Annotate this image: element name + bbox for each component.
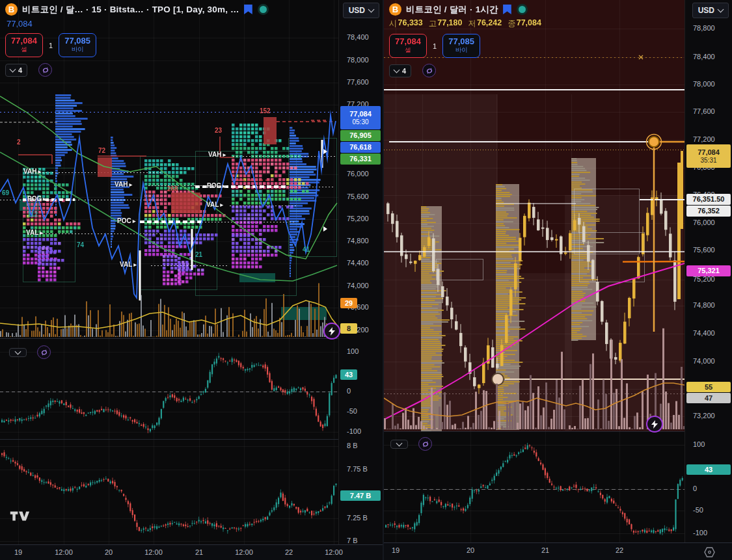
axis-tick: 100 xyxy=(693,440,705,448)
axis-tick: 76,000 xyxy=(693,219,715,226)
time-tick: 12:00 xyxy=(325,548,343,556)
axis-tick: 75,600 xyxy=(693,246,715,254)
axis-tick: 8 B xyxy=(347,442,358,449)
level-label: VAL▸ xyxy=(206,201,223,208)
price-scale-left-panel[interactable]: 78,40078,00077,60077,20076,00075,60075,2… xyxy=(338,0,383,545)
axis-tick: 78,000 xyxy=(693,80,715,88)
axis-tick: 76,000 xyxy=(347,170,369,178)
price-badge: 43 xyxy=(340,369,357,380)
chart-header-right: B 비트코인 / 달러 · 1시간 시76,333 고77,180 저76,24… xyxy=(389,3,541,77)
refresh-icon[interactable] xyxy=(418,437,432,451)
level-label: VAL▸ xyxy=(26,229,43,236)
axis-tick: -100 xyxy=(693,529,707,537)
level-label: POC▸ xyxy=(207,182,226,189)
instant-trading-icon[interactable] xyxy=(646,416,663,433)
time-scale-right-panel[interactable]: 19202122 xyxy=(384,542,732,560)
chevron-down-icon xyxy=(394,66,400,73)
axis-tick: 74,400 xyxy=(693,329,715,337)
axis-tick: 7.25 B xyxy=(347,514,368,522)
level-label: POC▸ xyxy=(117,217,136,224)
chevron-down-icon xyxy=(15,348,21,354)
price-badge: 29 xyxy=(340,298,357,308)
price-badge: 43 xyxy=(686,464,731,475)
axis-tick: 0 xyxy=(693,485,697,492)
level-label: VAH▸ xyxy=(208,151,226,158)
collapse-pane-button[interactable] xyxy=(390,440,408,449)
ohlc-row: 시76,333 고77,180 저76,242 종77,084 xyxy=(389,18,541,29)
refresh-icon[interactable] xyxy=(37,345,51,359)
market-status-icon xyxy=(258,4,269,15)
last-price-label: 77,084 xyxy=(7,19,269,29)
time-tick: 20 xyxy=(105,548,113,556)
price-badge: 55 xyxy=(686,382,731,392)
chevron-down-icon xyxy=(396,440,403,446)
axis-tick: 74,400 xyxy=(347,259,369,267)
price-badge: 76,352 xyxy=(686,206,731,217)
time-tick: 12:00 xyxy=(55,548,73,556)
price-chart-canvas-left[interactable] xyxy=(0,0,338,545)
currency-selector[interactable]: USD xyxy=(343,3,379,18)
price-badge: 76,905 xyxy=(340,130,381,141)
flag-icon[interactable] xyxy=(503,5,512,14)
axis-tick: 7.75 B xyxy=(347,465,368,473)
price-badge: 47 xyxy=(686,393,731,403)
trade-buttons: 77,084 셀 1 77,085 바이 xyxy=(389,34,541,58)
sell-button[interactable]: 77,084 셀 xyxy=(389,34,427,58)
refresh-icon[interactable] xyxy=(422,64,436,77)
sell-button[interactable]: 77,084 셀 xyxy=(5,33,43,57)
axis-tick: 0 xyxy=(347,387,351,395)
level-label: VAL▸ xyxy=(120,261,137,268)
time-tick: 19 xyxy=(392,546,400,554)
tpo-count-label: 74 xyxy=(77,241,84,248)
tpo-count-label: 41 xyxy=(303,246,310,253)
oscillator-pane-controls xyxy=(9,345,51,359)
oscillator-pane-controls xyxy=(390,437,432,451)
axis-tick: 77,600 xyxy=(693,107,715,115)
axis-tick: -50 xyxy=(347,407,357,415)
currency-selector[interactable]: USD xyxy=(692,3,729,18)
collapse-indicators-button[interactable]: 4 xyxy=(389,64,411,77)
axis-tick: 74,800 xyxy=(347,237,369,245)
axis-tick: 74,800 xyxy=(693,301,715,309)
price-badge: 77,08405:30 xyxy=(340,106,381,129)
axis-tick: 78,000 xyxy=(347,56,369,64)
tpo-count-label: 152 xyxy=(260,107,271,114)
time-scale-left-panel[interactable]: 1912:002012:002112:002212:00 xyxy=(0,544,383,560)
collapse-pane-button[interactable] xyxy=(9,348,27,357)
chart-panel-right: B 비트코인 / 달러 · 1시간 시76,333 고77,180 저76,24… xyxy=(384,0,732,560)
time-tick: 12:00 xyxy=(144,548,163,556)
order-quantity[interactable]: 1 xyxy=(49,42,53,49)
time-tick: 22 xyxy=(285,548,293,556)
time-tick: 12:00 xyxy=(235,548,253,556)
axis-tick: 78,800 xyxy=(693,24,715,32)
tradingview-logo[interactable] xyxy=(9,510,30,525)
price-badge: 76,618 xyxy=(340,142,381,153)
axis-tick: 100 xyxy=(347,347,359,355)
chart-panel-left: B 비트코인 / 달… · 15 · Bitsta… · TPO [1, Day… xyxy=(0,0,384,560)
trade-buttons: 77,084 셀 1 77,085 바이 xyxy=(5,33,269,57)
order-quantity[interactable]: 1 xyxy=(433,42,437,50)
flag-icon[interactable] xyxy=(244,5,253,14)
axis-tick: 75,600 xyxy=(347,193,369,200)
buy-button[interactable]: 77,085 바이 xyxy=(442,34,480,58)
refresh-icon[interactable] xyxy=(38,63,52,77)
axis-tick: 7 B xyxy=(347,537,358,544)
level-label: VAH▸ xyxy=(23,168,41,175)
symbol-title[interactable]: 비트코인 / 달… · 15 · Bitsta… · TPO [1, Day, … xyxy=(22,4,239,16)
bitcoin-logo-icon: B xyxy=(389,3,401,16)
market-status-icon xyxy=(517,4,528,15)
instant-trading-icon[interactable] xyxy=(323,323,340,340)
chevron-down-icon xyxy=(368,7,375,13)
price-scale-right-panel[interactable]: 78,80078,40078,00077,60077,20076,80076,4… xyxy=(685,0,732,543)
price-badge: 8 xyxy=(340,323,357,334)
collapse-indicators-button[interactable]: 4 xyxy=(5,64,27,77)
tpo-count-label: 112 xyxy=(27,211,38,218)
buy-button[interactable]: 77,085 바이 xyxy=(59,33,96,57)
timezone-settings-icon[interactable] xyxy=(704,547,715,560)
price-chart-canvas-right[interactable] xyxy=(384,0,685,543)
symbol-title[interactable]: 비트코인 / 달러 · 1시간 xyxy=(406,4,498,16)
price-badge: 76,351.50 xyxy=(686,194,731,205)
chevron-down-icon xyxy=(10,66,16,72)
chevron-down-icon xyxy=(718,7,724,13)
level-label: VAH▸ xyxy=(115,181,132,188)
